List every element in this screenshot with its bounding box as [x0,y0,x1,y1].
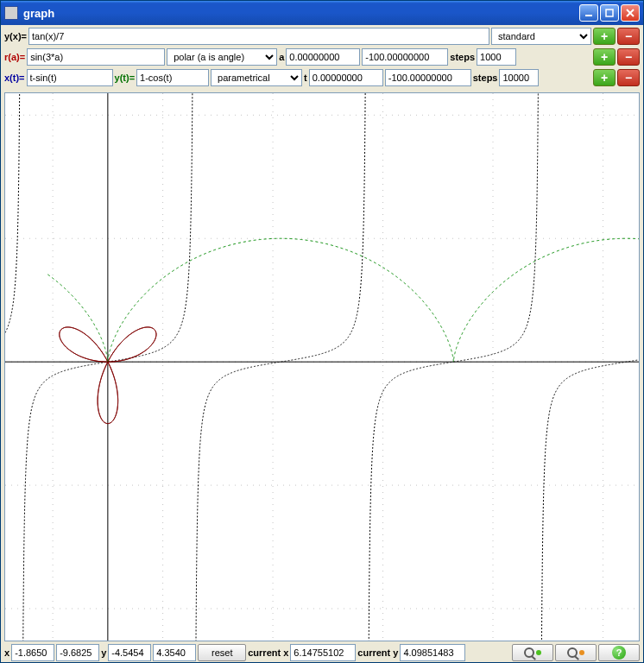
close-button[interactable] [621,4,640,22]
help-button[interactable]: ? [598,644,640,661]
xt-mode-select[interactable]: parametrical [211,69,302,86]
minus-icon: − [625,50,632,64]
status-bar: x y reset current x current y ? [1,641,643,663]
plus-icon: + [601,50,608,64]
yx-remove-button[interactable]: − [617,28,640,45]
minus-dot-icon [579,650,584,655]
ra-expr-input[interactable] [27,48,165,66]
yx-label: y(x)= [4,31,27,41]
xt-remove-button[interactable]: − [617,69,640,86]
status-x-to[interactable] [56,644,99,661]
graph-canvas[interactable] [4,92,640,641]
ra-label: r(a)= [4,52,25,62]
status-y-from[interactable] [108,644,151,661]
yt-label: y(t)= [115,73,136,83]
xt-add-button[interactable]: + [593,69,616,86]
xt-steps-label: steps [473,73,498,83]
svg-rect-0 [585,15,592,16]
xt-to-input[interactable] [385,69,471,86]
ra-steps-input[interactable] [477,48,516,66]
ra-steps-label: steps [450,52,475,62]
input-panel: y(x)= standard + − r(a)= polar (a is ang… [1,25,643,92]
xt-expr-input[interactable] [27,69,113,86]
graph-svg [5,93,640,641]
plus-icon: + [601,71,608,85]
ra-remove-button[interactable]: − [617,48,640,66]
yx-add-button[interactable]: + [593,28,616,45]
window-title: graph [23,7,579,20]
xt-param-label: t [304,73,307,83]
magnifier-icon [567,647,578,658]
yt-expr-input[interactable] [136,69,209,86]
yx-mode-select[interactable]: standard [491,28,591,45]
magnifier-icon [524,647,534,658]
plus-dot-icon [536,650,541,655]
zoom-in-button[interactable] [512,644,553,661]
ra-to-input[interactable] [362,48,448,66]
status-x-label: x [4,647,9,658]
ra-param-label: a [279,52,284,62]
minus-icon: − [625,71,632,85]
status-y-label: y [101,647,106,658]
current-y-label: current y [357,647,398,658]
zoom-out-button[interactable] [555,644,597,661]
reset-button[interactable]: reset [198,644,246,661]
xt-from-input[interactable] [309,69,383,86]
titlebar: graph [1,1,643,25]
current-x-label: current x [248,647,288,658]
yx-expr-input[interactable] [28,28,489,45]
current-x-value[interactable] [290,644,356,661]
plus-icon: + [601,29,608,43]
current-y-value[interactable] [400,644,465,661]
xt-label: x(t)= [4,73,25,83]
status-y-to[interactable] [153,644,196,661]
ra-add-button[interactable]: + [593,48,616,66]
minus-icon: − [625,29,632,43]
row-ra: r(a)= polar (a is angle) a steps + − [4,47,640,66]
minimize-button[interactable] [579,4,598,22]
svg-rect-1 [606,9,613,16]
ra-from-input[interactable] [286,48,360,66]
app-icon [4,6,18,20]
row-yx: y(x)= standard + − [4,27,640,46]
status-x-from[interactable] [11,644,54,661]
ra-mode-select[interactable]: polar (a is angle) [167,48,277,66]
xt-steps-input[interactable] [499,69,539,86]
help-icon: ? [612,646,626,660]
row-xt: x(t)= y(t)= parametrical t steps + − [4,68,640,87]
maximize-button[interactable] [600,4,619,22]
